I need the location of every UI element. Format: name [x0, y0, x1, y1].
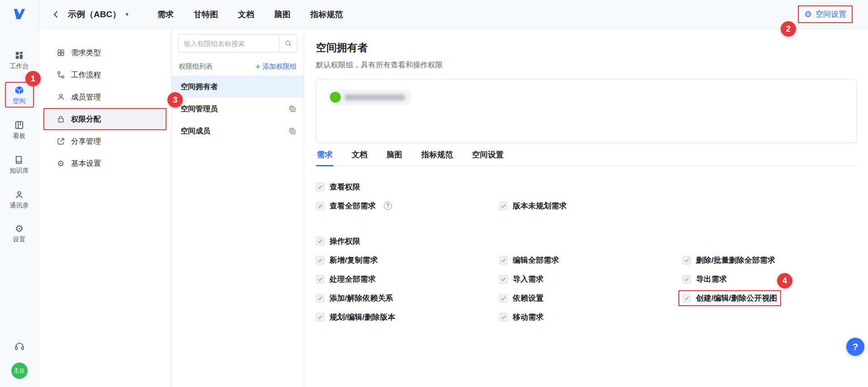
lock-icon — [56, 115, 65, 123]
checkbox-checked-icon[interactable] — [682, 256, 691, 264]
group-row-admin[interactable]: 空间管理员 — [172, 98, 304, 120]
permission-label: 依赖设置 — [513, 293, 544, 303]
permission-item: 导出需求 — [682, 274, 727, 284]
checkbox-checked-icon[interactable] — [682, 294, 691, 302]
grid-cell: 删除/批量删除全部需求 — [682, 250, 857, 269]
space-settings-button[interactable]: ⚙ 空间设置 — [798, 5, 853, 23]
person-icon — [14, 189, 24, 200]
checkbox-checked-icon[interactable] — [316, 256, 324, 264]
permission-item-highlighted: 创建/编辑/删除公开视图 — [678, 290, 781, 306]
perm-tab-requirements[interactable]: 需求 — [316, 149, 334, 166]
section-header-row: 操作权限 — [316, 231, 857, 250]
section-title: 操作权限 — [329, 236, 360, 246]
checkbox-checked-icon[interactable] — [316, 294, 324, 302]
nav-item-requirement-types[interactable]: 需求类型 — [43, 42, 167, 64]
perm-tab-docs[interactable]: 文档 — [351, 149, 368, 166]
top-tab-docs[interactable]: 文档 — [238, 9, 254, 20]
page-title: 空间拥有者 — [316, 41, 857, 55]
section-header-row: 查看权限 — [316, 177, 857, 196]
back-button[interactable] — [50, 8, 62, 21]
nav-item-label: 成员管理 — [71, 92, 101, 102]
view-permissions-section: 查看权限 查看全部需求 ? 版本未规划需求 — [316, 177, 857, 215]
grid-cell — [682, 307, 857, 326]
checkbox-checked-icon[interactable] — [316, 237, 324, 245]
grid-cell: 新增/复制需求 — [316, 250, 499, 269]
main-content: 空间拥有者 默认权限组，具有所有查看和操作权限 需求 文档 脑图 指标规范 空间… — [304, 29, 868, 387]
duplicate-group-button[interactable] — [288, 105, 296, 113]
rail-item-workbench[interactable]: 工作台 — [5, 47, 34, 73]
nav-item-members[interactable]: 成员管理 — [43, 86, 167, 108]
permission-label: 编辑全部需求 — [513, 255, 559, 265]
perm-tab-metrics[interactable]: 指标规范 — [420, 149, 454, 166]
permission-item: 添加/解除依赖关系 — [316, 293, 393, 303]
checkbox-checked-icon[interactable] — [499, 275, 508, 283]
permission-label: 导入需求 — [513, 274, 544, 284]
current-space-name: 示例（ABC） — [68, 9, 121, 20]
rail-item-space[interactable]: 空间 — [5, 82, 34, 108]
rail-item-library[interactable]: 知识库 — [5, 151, 34, 177]
grid-cell: 导入需求 — [499, 269, 682, 288]
nav-item-sharing[interactable]: 分享管理 — [43, 130, 167, 152]
top-tabs: 需求 甘特图 文档 脑图 指标规范 — [157, 9, 343, 20]
checkbox-checked-icon[interactable] — [682, 275, 691, 283]
person-icon — [56, 93, 65, 101]
group-list-title: 权限组列表 — [179, 62, 213, 71]
space-switcher[interactable]: 示例（ABC） ▾ — [68, 9, 129, 20]
permission-item: 编辑全部需求 — [499, 255, 559, 265]
checkbox-checked-icon[interactable] — [316, 275, 324, 283]
checkbox-checked-icon[interactable] — [316, 202, 324, 210]
workbench-icon — [14, 50, 24, 61]
view-permissions-grid: 查看全部需求 ? 版本未规划需求 — [316, 196, 857, 215]
checkbox-checked-icon[interactable] — [316, 313, 324, 321]
help-button[interactable]: ? — [846, 338, 864, 356]
workflow-icon — [56, 71, 65, 79]
user-avatar[interactable]: 主任 — [11, 363, 28, 379]
chevron-left-icon — [52, 10, 61, 19]
add-group-button[interactable]: + 添加权限组 — [255, 62, 296, 71]
rail-item-contacts[interactable]: 通讯录 — [5, 186, 34, 212]
top-tab-gantt[interactable]: 甘特图 — [194, 9, 218, 20]
checkbox-checked-icon[interactable] — [499, 294, 508, 302]
rail-item-kanban[interactable]: 看板 — [5, 117, 34, 142]
top-tab-requirements[interactable]: 需求 — [157, 9, 174, 20]
share-icon — [56, 137, 65, 146]
search-button[interactable] — [279, 35, 297, 52]
checkbox-checked-icon[interactable] — [316, 183, 324, 191]
permission-label: 版本未规划需求 — [513, 201, 567, 211]
grid-cell: 导出需求 — [682, 269, 857, 288]
member-chip — [327, 90, 412, 105]
duplicate-group-button[interactable] — [288, 127, 296, 135]
grid-cell: 版本未规划需求 — [499, 196, 682, 215]
permission-label: 移动需求 — [513, 312, 544, 322]
group-name: 空间成员 — [181, 126, 210, 136]
permission-item: 操作权限 — [316, 236, 360, 246]
add-group-label: 添加权限组 — [262, 62, 296, 71]
nav-item-label: 工作流程 — [71, 70, 101, 80]
checkbox-checked-icon[interactable] — [499, 313, 508, 321]
group-search-input[interactable] — [178, 35, 279, 52]
app-logo[interactable] — [12, 6, 27, 22]
help-circle-icon[interactable]: ? — [384, 202, 392, 210]
headset-icon — [14, 341, 25, 352]
nav-item-workflow[interactable]: 工作流程 — [43, 64, 167, 86]
checkbox-checked-icon[interactable] — [499, 202, 508, 210]
group-row-owner[interactable]: 空间拥有者 — [172, 76, 304, 98]
permission-item: 查看全部需求 ? — [316, 201, 392, 211]
support-button[interactable] — [14, 341, 25, 352]
operation-permissions-section: 操作权限 新增/复制需求 编辑全部需求 删除/批量删除全部需求 — [316, 231, 857, 326]
group-row-member[interactable]: 空间成员 — [172, 120, 304, 142]
permission-tabs: 需求 文档 脑图 指标规范 空间设置 — [316, 149, 857, 166]
nav-item-basic-settings[interactable]: ⚙ 基本设置 — [43, 152, 167, 175]
rail-item-label: 工作台 — [10, 62, 29, 71]
operation-permissions-grid: 新增/复制需求 编辑全部需求 删除/批量删除全部需求 处理全部需求 — [316, 250, 857, 326]
perm-tab-mindmap[interactable]: 脑图 — [386, 149, 403, 166]
checkbox-checked-icon[interactable] — [499, 256, 508, 264]
top-tab-mindmap[interactable]: 脑图 — [274, 9, 291, 20]
top-tab-metrics[interactable]: 指标规范 — [310, 9, 343, 20]
rail-item-settings[interactable]: ⚙ 设置 — [5, 221, 34, 247]
nav-item-permissions[interactable]: 权限分配 — [43, 108, 167, 130]
permission-label: 创建/编辑/删除公开视图 — [696, 293, 777, 303]
permission-item: 导入需求 — [499, 274, 544, 284]
plus-icon: + — [255, 63, 260, 71]
perm-tab-space-settings[interactable]: 空间设置 — [471, 149, 505, 166]
